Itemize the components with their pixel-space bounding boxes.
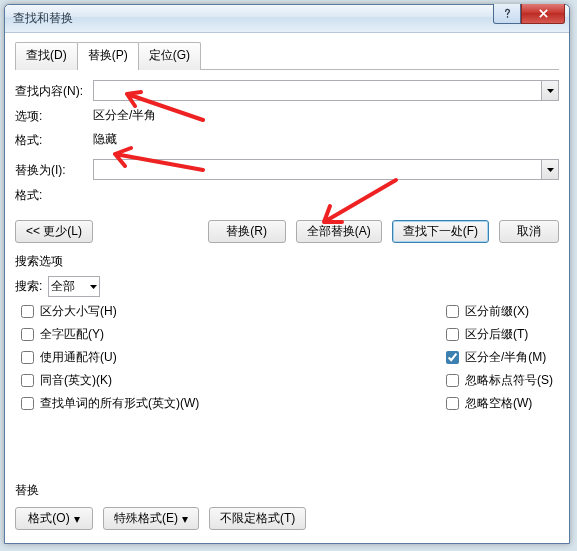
- options-label: 选项:: [15, 106, 93, 125]
- tab-replace[interactable]: 替换(P): [77, 42, 139, 70]
- match-case-checkbox[interactable]: 区分大小写(H): [21, 303, 199, 320]
- match-prefix-checkbox[interactable]: 区分前缀(X): [446, 303, 553, 320]
- whole-word-checkbox[interactable]: 全字匹配(Y): [21, 326, 199, 343]
- help-button[interactable]: [493, 4, 521, 24]
- match-suffix-checkbox[interactable]: 区分后缀(T): [446, 326, 553, 343]
- replace-all-button[interactable]: 全部替换(A): [296, 220, 382, 243]
- sounds-like-checkbox[interactable]: 同音(英文)(K): [21, 372, 199, 389]
- replace-label: 替换为(I):: [15, 160, 93, 179]
- no-format-button[interactable]: 不限定格式(T): [209, 507, 306, 530]
- ignore-punct-checkbox[interactable]: 忽略标点符号(S): [446, 372, 553, 389]
- cancel-button[interactable]: 取消: [499, 220, 559, 243]
- replace-format-label: 格式:: [15, 185, 93, 204]
- find-input[interactable]: [93, 80, 542, 101]
- replace-button[interactable]: 替换(R): [208, 220, 286, 243]
- tab-find[interactable]: 查找(D): [15, 42, 78, 70]
- search-options-header: 搜索选项: [15, 253, 559, 270]
- footer-label: 替换: [15, 482, 559, 499]
- special-menu-button[interactable]: 特殊格式(E)▾: [103, 507, 199, 530]
- word-forms-checkbox[interactable]: 查找单词的所有形式(英文)(W): [21, 395, 199, 412]
- find-next-button[interactable]: 查找下一处(F): [392, 220, 489, 243]
- options-value: 区分全/半角: [93, 107, 156, 124]
- less-options-button[interactable]: << 更少(L): [15, 220, 93, 243]
- find-format-value: 隐藏: [93, 131, 117, 148]
- format-menu-button[interactable]: 格式(O)▾: [15, 507, 93, 530]
- search-direction-select[interactable]: 全部: [48, 276, 100, 297]
- replace-input[interactable]: [93, 159, 542, 180]
- ignore-space-checkbox[interactable]: 忽略空格(W): [446, 395, 553, 412]
- search-direction-label: 搜索:: [15, 278, 42, 295]
- replace-dropdown-button[interactable]: [542, 159, 559, 180]
- tab-goto[interactable]: 定位(G): [138, 42, 201, 70]
- find-label: 查找内容(N):: [15, 81, 93, 100]
- find-format-label: 格式:: [15, 130, 93, 149]
- tab-strip: 查找(D) 替换(P) 定位(G): [15, 41, 559, 70]
- titlebar[interactable]: 查找和替换: [5, 5, 569, 33]
- wildcard-checkbox[interactable]: 使用通配符(U): [21, 349, 199, 366]
- full-half-width-checkbox[interactable]: 区分全/半角(M): [446, 349, 553, 366]
- window-title: 查找和替换: [13, 10, 73, 27]
- find-dropdown-button[interactable]: [542, 80, 559, 101]
- dialog-window: 查找和替换 查找(D) 替换(P) 定位(G) 查找内容(N): 选项: 区分全…: [4, 4, 570, 544]
- close-button[interactable]: [521, 4, 565, 24]
